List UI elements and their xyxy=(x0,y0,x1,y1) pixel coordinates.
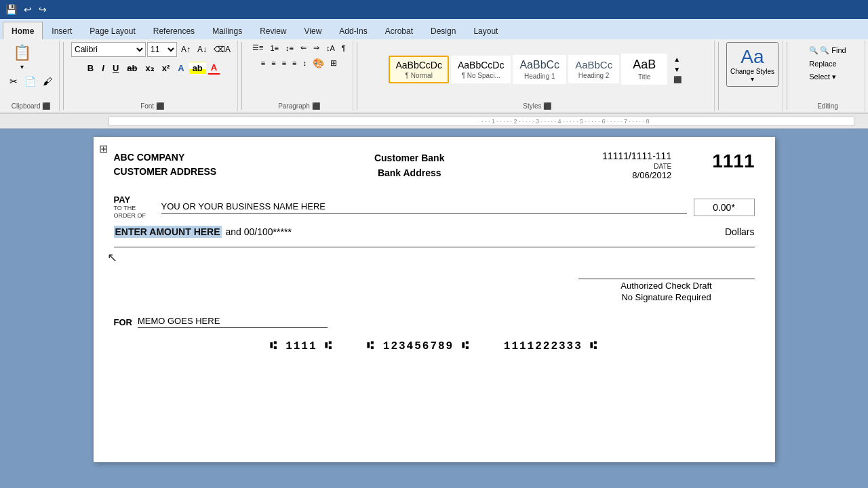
styles-swatches: AaBbCcDc ¶ Normal AaBbCcDc ¶ No Spaci...… xyxy=(389,42,686,96)
bank-name: Customer Bank xyxy=(374,150,444,165)
pay-label-block: PAY TO THE ORDER OF xyxy=(114,195,155,220)
style-no-spacing-preview: AaBbCcDc xyxy=(458,60,504,70)
decrease-font-button[interactable]: A↓ xyxy=(195,42,210,57)
pay-label: PAY xyxy=(114,195,155,205)
numbering-button[interactable]: 1≡ xyxy=(267,43,281,54)
memo-line[interactable]: MEMO GOES HERE xyxy=(138,316,328,328)
tab-design[interactable]: Design xyxy=(422,22,465,39)
font-group: Calibri 11 A↑ A↓ ⌫A B I U ab x₂ x² A ab … xyxy=(67,41,238,111)
show-marks-button[interactable]: ¶ xyxy=(339,43,349,54)
tab-home[interactable]: Home xyxy=(3,22,43,39)
tab-view[interactable]: View xyxy=(296,22,331,39)
micr-part3: 1111222333 ⑆ xyxy=(504,340,599,352)
font-size-select[interactable]: 11 xyxy=(147,42,177,57)
sort-button[interactable]: ↕A xyxy=(323,43,338,54)
increase-indent-button[interactable]: ⇒ xyxy=(311,42,322,54)
multilevel-button[interactable]: ↕≡ xyxy=(283,43,296,54)
separator-2 xyxy=(241,42,242,110)
amount-words-row: ENTER AMOUNT HERE and 00/100***** Dollar… xyxy=(114,226,755,245)
save-button[interactable]: 💾 xyxy=(3,3,20,16)
font-face-select[interactable]: Calibri xyxy=(71,42,146,57)
tab-review[interactable]: Review xyxy=(251,22,295,39)
decrease-indent-button[interactable]: ⇐ xyxy=(298,42,309,54)
style-heading1-label: Heading 1 xyxy=(524,73,555,80)
style-no-spacing[interactable]: AaBbCcDc ¶ No Spaci... xyxy=(451,56,511,83)
tab-references[interactable]: References xyxy=(144,22,203,39)
change-styles-label: Change Styles xyxy=(730,68,774,75)
payee-line[interactable]: YOU OR YOUR BUSINESS NAME HERE xyxy=(161,201,687,214)
pay-section: PAY TO THE ORDER OF YOU OR YOUR BUSINESS… xyxy=(114,195,755,220)
ribbon-tabs: Home Insert Page Layout References Maili… xyxy=(0,19,868,39)
strikethrough-button[interactable]: ab xyxy=(123,62,140,75)
paste-button[interactable]: 📋▾ xyxy=(7,42,37,73)
styles-group-label: Styles ⬛ xyxy=(523,101,551,110)
font-color-button[interactable]: A xyxy=(208,61,220,75)
styles-expand[interactable]: ⬛ xyxy=(671,75,684,85)
check-document: ⊞ ABC COMPANY CUSTOMER ADDRESS Customer … xyxy=(94,137,775,462)
ribbon-body: 📋▾ ✂ 📄 🖌 Clipboard ⬛ Calibri 11 A↑ xyxy=(0,39,868,114)
bullets-button[interactable]: ☰≡ xyxy=(250,42,266,54)
align-center-button[interactable]: ≡ xyxy=(269,58,278,68)
italic-button[interactable]: I xyxy=(98,62,108,75)
tab-insert[interactable]: Insert xyxy=(43,22,81,39)
expand-icon[interactable]: ⊞ xyxy=(99,142,108,155)
style-title[interactable]: AaB Title xyxy=(621,54,667,85)
justify-button[interactable]: ≡ xyxy=(290,58,299,68)
style-normal-preview: AaBbCcDc xyxy=(395,60,441,70)
align-left-button[interactable]: ≡ xyxy=(258,58,268,68)
amount-highlight[interactable]: ENTER AMOUNT HERE xyxy=(114,226,222,238)
pay-sub-line1: TO THE xyxy=(114,205,155,213)
separator-4 xyxy=(718,42,719,110)
paragraph-group: ☰≡ 1≡ ↕≡ ⇐ ⇒ ↕A ¶ ≡ ≡ ≡ ≡ ↕ 🎨 ⊞ Paragrap… xyxy=(245,41,353,111)
tab-addins[interactable]: Add-Ins xyxy=(330,22,376,39)
styles-group: AaBbCcDc ¶ Normal AaBbCcDc ¶ No Spaci...… xyxy=(361,41,715,111)
tab-page-layout[interactable]: Page Layout xyxy=(81,22,144,39)
document-area: ⊞ ABC COMPANY CUSTOMER ADDRESS Customer … xyxy=(0,129,868,488)
highlight-button[interactable]: ab xyxy=(189,62,206,75)
bank-address: Bank Address xyxy=(374,165,444,180)
superscript-button[interactable]: x² xyxy=(159,62,174,75)
cut-button[interactable]: ✂ xyxy=(7,75,20,88)
text-effects-button[interactable]: A xyxy=(174,62,187,75)
change-styles-button[interactable]: Aa Change Styles ▾ xyxy=(726,42,778,87)
style-heading2[interactable]: AaBbCc Heading 2 xyxy=(568,55,619,83)
select-button[interactable]: Select ▾ xyxy=(806,71,848,83)
check-number: 1111 xyxy=(712,150,754,172)
find-button[interactable]: 🔍 🔍 Find xyxy=(806,45,848,56)
words-underline xyxy=(114,247,755,247)
style-heading2-preview: AaBbCc xyxy=(575,59,612,70)
line-spacing-button[interactable]: ↕ xyxy=(300,58,309,68)
dollars-label: Dollars xyxy=(725,226,755,237)
subscript-button[interactable]: x₂ xyxy=(142,62,157,75)
format-painter-button[interactable]: 🖌 xyxy=(40,75,55,88)
signature-box: Authorized Check Draft No Signature Requ… xyxy=(578,279,755,302)
routing-number: 11111/1111-111 xyxy=(602,150,671,161)
company-info: ABC COMPANY CUSTOMER ADDRESS xyxy=(114,150,217,179)
copy-button[interactable]: 📄 xyxy=(22,75,39,88)
styles-scroll-down[interactable]: ▼ xyxy=(671,64,684,75)
tab-layout[interactable]: Layout xyxy=(465,22,507,39)
ribbon: Home Insert Page Layout References Maili… xyxy=(0,19,868,114)
underline-button[interactable]: U xyxy=(109,62,122,75)
replace-button[interactable]: Replace xyxy=(806,58,848,69)
for-label: FOR xyxy=(114,317,132,327)
style-normal[interactable]: AaBbCcDc ¶ Normal xyxy=(389,56,448,83)
undo-button[interactable]: ↩ xyxy=(21,3,35,16)
change-styles-arrow-icon: ▾ xyxy=(751,75,754,83)
style-normal-label: ¶ Normal xyxy=(406,72,433,79)
align-right-button[interactable]: ≡ xyxy=(279,58,289,68)
amount-box[interactable]: 0.00* xyxy=(694,199,755,216)
increase-font-button[interactable]: A↑ xyxy=(178,42,193,57)
tab-acrobat[interactable]: Acrobat xyxy=(376,22,422,39)
redo-button[interactable]: ↪ xyxy=(36,3,50,16)
tab-mailings[interactable]: Mailings xyxy=(203,22,251,39)
bold-button[interactable]: B xyxy=(84,62,97,75)
styles-scroll-up[interactable]: ▲ xyxy=(671,54,684,64)
date-label: DATE xyxy=(602,163,671,170)
clear-format-button[interactable]: ⌫A xyxy=(211,42,233,57)
borders-button[interactable]: ⊞ xyxy=(328,57,340,69)
micr-line: ⑆ 1111 ⑆ ⑆ 123456789 ⑆ 1111222333 ⑆ xyxy=(114,340,755,352)
shading-button[interactable]: 🎨 xyxy=(310,56,327,70)
company-name: ABC COMPANY xyxy=(114,150,217,165)
style-heading1[interactable]: AaBbCc Heading 1 xyxy=(513,55,566,84)
